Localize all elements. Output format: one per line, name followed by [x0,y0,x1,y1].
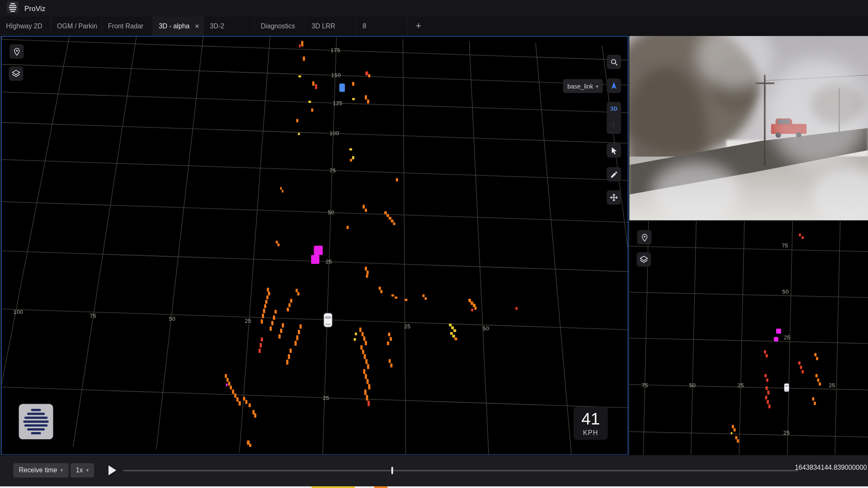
location-pin-icon [12,47,21,56]
chevron-down-icon: ▾ [61,468,63,473]
speed-value: 41 [581,410,600,427]
striped-sphere-logo-icon [23,409,49,435]
point-cloud-mark [819,383,821,386]
point-cloud-mark [815,374,818,377]
point-cloud-mark [800,366,802,369]
snow-smudge [768,58,868,169]
point-cloud-mark [776,329,781,334]
point-cloud-mark [737,439,739,443]
secondary-3d-panel[interactable]: 7550252575502525 [629,221,868,455]
time-source-dropdown[interactable]: Receive time ▾ [13,463,68,477]
toggle-3d-button[interactable]: 3D [607,102,621,116]
draw-tool-button[interactable] [607,167,621,181]
point-cloud-mark [768,405,771,408]
tab-bar: HIghway 2DOGM / ParkingFront Radar3D - a… [0,17,868,36]
tab-label: OGM / Parking [57,22,97,30]
point-cloud-mark [814,402,816,405]
point-cloud-mark [812,397,814,401]
point-cloud-mark [817,378,819,382]
pencil-icon [610,170,618,179]
point-cloud-mark [734,428,736,432]
point-cloud-mark [801,370,804,374]
tab-3d-2[interactable]: 3D-2 [204,17,255,35]
frame-selector-dropdown[interactable]: base_link ▾ [563,79,603,93]
point-cloud-mark [801,236,804,239]
loader-segment [374,486,387,488]
app-header: ProViz [0,0,868,17]
playback-rate-label: 1x [76,466,83,474]
tab-strip: HIghway 2DOGM / ParkingFront Radar3D - a… [0,17,407,35]
follow-position-button[interactable] [9,44,24,58]
layers-button[interactable] [9,67,23,81]
app-logo-icon [7,1,19,16]
utility-pole-crossarm [756,83,774,84]
loader-bar [0,486,868,488]
chevron-down-icon: ▾ [596,83,598,89]
vertical-more-icon[interactable]: ··· [605,122,623,128]
add-tab-button[interactable]: + [407,17,429,35]
point-cloud-mark [766,378,768,382]
snow-smudge [651,162,740,220]
point-cloud-mark [765,354,768,358]
point-cloud-mark [731,432,732,434]
tab-3d-alpha[interactable]: 3D - alpha× [153,17,203,35]
app-title: ProViz [24,4,45,13]
timeline-cursor[interactable] [391,467,393,474]
playback-bar: Receive time ▾ 1x ▾ 1643834144.839000000 [0,455,868,486]
point-cloud-mark [798,361,800,365]
secondary-ego-vehicle-icon [784,383,789,394]
camera-mode-group: 3D ··· [607,102,621,134]
timeline-track[interactable] [123,470,798,471]
current-timestamp: 1643834144.839000000 [795,464,867,471]
tab-label: 8 [363,22,403,30]
tab-label: Front Radar [108,22,148,30]
tab-label: 3D LRR [312,22,352,30]
point-cloud-mark [765,396,767,399]
compass-button[interactable] [607,78,621,93]
utility-pole [764,75,765,166]
location-pin-icon [640,233,649,242]
layers-icon [640,255,648,264]
cursor-pointer-icon [610,146,618,155]
tab-highway-2d[interactable]: HIghway 2D [0,17,51,35]
chevron-down-icon: ▾ [86,468,89,473]
tab-3d-lrr[interactable]: 3D LRR [306,17,356,35]
frame-selector-value: base_link [568,83,593,89]
main-3d-panel[interactable]: 175150125100755025251007550252550 base_l… [1,36,629,455]
point-cloud-mark [799,233,801,236]
search-icon [610,58,618,66]
tab-label: Diagnostics [261,22,301,30]
point-cloud-mark [816,357,818,360]
app-window: ProViz HIghway 2DOGM / ParkingFront Rada… [0,0,868,488]
move-arrows-icon [609,193,618,202]
speed-unit: KPH [583,429,598,436]
brand-watermark-logo [19,404,53,439]
playback-rate-dropdown[interactable]: 1x ▾ [70,463,94,477]
tab-close-icon[interactable]: × [195,22,200,30]
tab-label: 3D - alpha [159,22,193,30]
secondary-follow-position-button[interactable] [637,230,651,244]
tab-label: 3D-2 [210,22,250,30]
point-cloud-mark [774,337,778,341]
search-button[interactable] [607,55,621,69]
main-detection-boxes [2,36,628,454]
pan-tool-button[interactable] [607,190,621,205]
object-box-magenta-1 [314,246,323,255]
point-cloud-mark [765,386,768,390]
time-source-label: Receive time [19,466,57,474]
point-cloud-mark [765,374,767,377]
tab-label: HIghway 2D [6,22,46,30]
tab-diagnostics[interactable]: Diagnostics [255,17,306,35]
tab-ogm-parking[interactable]: OGM / Parking [51,17,102,35]
tab-front-radar[interactable]: Front Radar [102,17,153,35]
camera-panel[interactable] [629,36,868,220]
object-box-magenta-2 [311,255,320,264]
speed-indicator: 41 KPH [573,407,608,440]
tab-8[interactable]: 8 [356,17,407,35]
object-box-blue [339,83,345,92]
select-tool-button[interactable] [607,143,621,158]
secondary-layers-button[interactable] [637,252,651,267]
point-cloud-mark [814,353,816,356]
play-button[interactable] [105,463,120,477]
play-icon [108,465,116,475]
